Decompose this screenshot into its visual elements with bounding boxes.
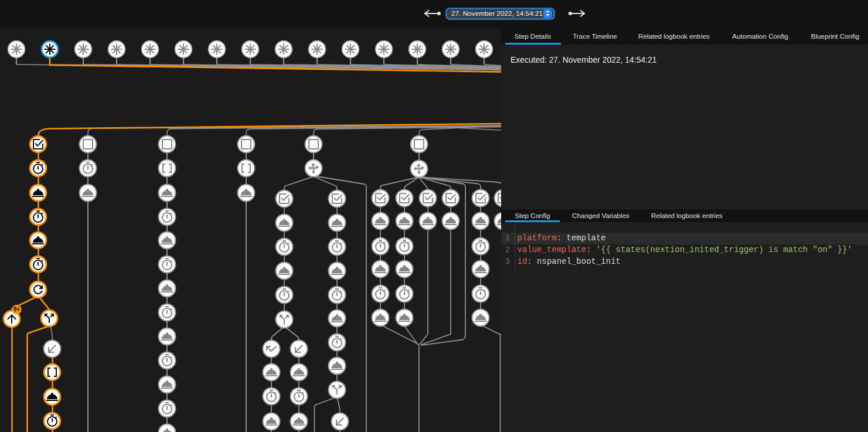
svg-text:9+: 9+	[13, 306, 21, 312]
